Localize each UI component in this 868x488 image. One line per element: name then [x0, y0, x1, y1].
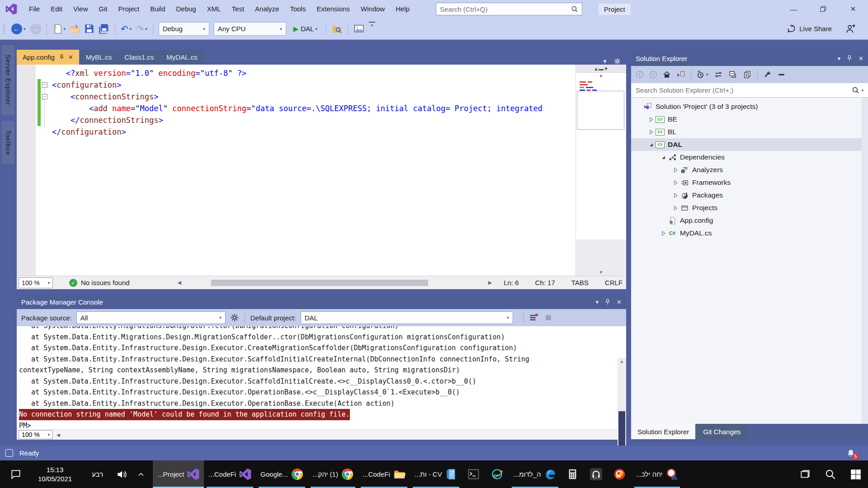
editor-zoom-dropdown[interactable]: 100 %▾ [19, 277, 53, 288]
toolbar-overflow-button[interactable]: ▾ [368, 22, 376, 36]
line-ending-indicator[interactable]: CRLF [605, 279, 623, 286]
taskbar-app-headphones-10[interactable] [585, 460, 608, 488]
split-editor-handle[interactable]: ▲▬▼ [576, 65, 626, 73]
tree-expander-icon[interactable] [671, 180, 679, 185]
pmc-zoom-dropdown[interactable]: 100 %▾ [19, 430, 53, 439]
restore-button[interactable] [808, 0, 838, 18]
start-button-icon[interactable] [850, 469, 862, 480]
default-project-dropdown[interactable]: DAL▾ [301, 311, 513, 324]
back-icon[interactable] [636, 70, 644, 79]
indent-mode-indicator[interactable]: TABS [571, 279, 589, 286]
tree-expander-icon[interactable] [671, 206, 679, 211]
scrollbar-track[interactable]: ▼ [576, 239, 626, 276]
action-center-icon[interactable] [10, 469, 22, 480]
scroll-up-arrow[interactable]: ▲ [576, 73, 626, 78]
show-hidden-icons-chevron[interactable] [137, 469, 146, 480]
editor-scrollbar-minimap[interactable]: ▲▬▼ ▲ ▼ [576, 65, 626, 276]
tree-expander-icon[interactable] [659, 155, 667, 160]
task-view-icon[interactable] [799, 469, 811, 480]
solution-explorer-title-bar[interactable]: Solution Explorer ▾ ✕ [631, 51, 868, 66]
taskbar-search-icon[interactable] [825, 469, 836, 480]
new-project-button[interactable]: ▾ [52, 22, 67, 36]
tree-item-dependencies[interactable]: Dependencies [631, 151, 862, 164]
browse-with-button[interactable] [330, 22, 343, 36]
volume-icon[interactable] [116, 469, 127, 480]
close-icon[interactable]: ✕ [859, 55, 863, 62]
tree-expander-icon[interactable] [671, 168, 679, 173]
pin-icon[interactable] [59, 54, 64, 60]
menu-view[interactable]: View [68, 0, 93, 18]
cursor-column-indicator[interactable]: Ch: 17 [535, 279, 555, 286]
platform-dropdown[interactable]: Any CPU▾ [214, 22, 286, 36]
tree-item-dal[interactable]: C# DAL [631, 138, 862, 151]
tree-item-bl[interactable]: C# BL [631, 126, 862, 138]
start-debug-button[interactable]: ▶ DAL▾ [290, 22, 321, 36]
scrollbar-thumb[interactable] [211, 280, 428, 286]
taskbar-app-vs-0[interactable]: ...Project [153, 460, 204, 488]
taskbar-app-chrome-3[interactable]: ...קהי (1) [308, 460, 358, 488]
tree-expander-icon[interactable] [647, 130, 655, 135]
menu-help[interactable]: Help [390, 0, 415, 18]
preview-selected-items-icon[interactable] [777, 70, 786, 79]
taskbar-app-calc-9[interactable] [561, 460, 585, 488]
properties-wrench-icon[interactable] [763, 70, 772, 79]
search-input[interactable] [440, 5, 571, 13]
menu-build[interactable]: Build [145, 0, 170, 18]
tree-item-projects[interactable]: Projects [631, 202, 862, 214]
open-file-button[interactable] [69, 22, 81, 36]
quick-search-box[interactable] [436, 3, 582, 15]
pin-icon[interactable] [605, 299, 610, 305]
live-share-button[interactable]: Live Share [787, 24, 832, 33]
collapse-all-icon[interactable] [728, 70, 737, 79]
switch-views-icon[interactable] [676, 70, 685, 79]
navigate-back-button[interactable]: ←▾ [10, 22, 27, 36]
toolbar-grip[interactable] [3, 23, 5, 35]
pending-changes-filter-button[interactable]: ▾ [697, 70, 708, 79]
taskbar-app-ccleaner-11[interactable] [608, 460, 632, 488]
tree-item-solution-project-3-of-3-projects[interactable]: Solution 'Project' (3 of 3 projects) [631, 100, 862, 113]
health-check-icon[interactable]: ✓ [69, 279, 77, 287]
taskbar-app-chrome-2[interactable]: Google... [256, 460, 308, 488]
document-tab-mydal.cs[interactable]: MyDAL.cs [160, 50, 203, 65]
background-tasks-icon[interactable] [5, 449, 13, 457]
pin-icon[interactable] [847, 55, 852, 61]
taskbar-app-snip-12[interactable]: ...כלי החי [632, 460, 683, 488]
scroll-right-arrow[interactable]: ▶ [488, 280, 492, 286]
scroll-left-arrow[interactable]: ◀ [178, 280, 181, 286]
close-tab-icon[interactable]: ✕ [68, 54, 73, 61]
tree-item-frameworks[interactable]: Frameworks [631, 176, 862, 189]
tree-expander-icon[interactable] [647, 142, 655, 147]
menu-debug[interactable]: Debug [171, 0, 202, 18]
close-button[interactable]: ✕ [838, 0, 868, 18]
fold-collapse-box[interactable]: − [42, 94, 47, 99]
tab-options-gear-icon[interactable] [614, 58, 621, 65]
package-source-settings-gear-icon[interactable] [230, 313, 239, 322]
undo-button[interactable]: ↶▾ [120, 22, 132, 36]
minimize-button[interactable]: — [778, 0, 808, 18]
redo-button[interactable]: ↷▾ [135, 22, 148, 36]
solution-explorer-search-box[interactable]: ▾ [631, 83, 868, 98]
editor-horizontal-scrollbar[interactable]: ◀ ▶ [184, 279, 486, 286]
tree-expander-icon[interactable] [671, 193, 679, 198]
tree-item-mydal-cs[interactable]: C# MyDAL.cs [631, 227, 862, 239]
tree-expander-icon[interactable] [647, 117, 655, 122]
tree-item-app-config[interactable]: App.config [631, 214, 862, 227]
sidebar-tab-toolbox[interactable]: Toolbox [2, 121, 14, 164]
solution-search-input[interactable] [636, 86, 852, 94]
clear-console-icon[interactable] [529, 313, 539, 322]
menu-tools[interactable]: Tools [284, 0, 311, 18]
menu-extensions[interactable]: Extensions [311, 0, 355, 18]
navigate-forward-button[interactable]: → [29, 22, 42, 36]
stop-button-icon[interactable] [544, 314, 552, 322]
taskbar-app-cmd-6[interactable] [462, 460, 486, 488]
document-tab-class1.cs[interactable]: Class1.cs [118, 50, 160, 65]
notifications-button[interactable]: 5 [846, 448, 855, 458]
save-all-button[interactable] [98, 22, 110, 36]
menu-git[interactable]: Git [93, 0, 113, 18]
taskbar-app-vs-1[interactable]: ...CodeFi [204, 460, 256, 488]
document-tab-app.config[interactable]: App.config ✕ [17, 50, 79, 65]
menu-file[interactable]: File [24, 0, 45, 18]
panel-tab-solution-explorer[interactable]: Solution Explorer [631, 424, 695, 439]
preview-in-browser-button[interactable] [353, 22, 365, 36]
account-badge[interactable]: Project [599, 4, 631, 15]
